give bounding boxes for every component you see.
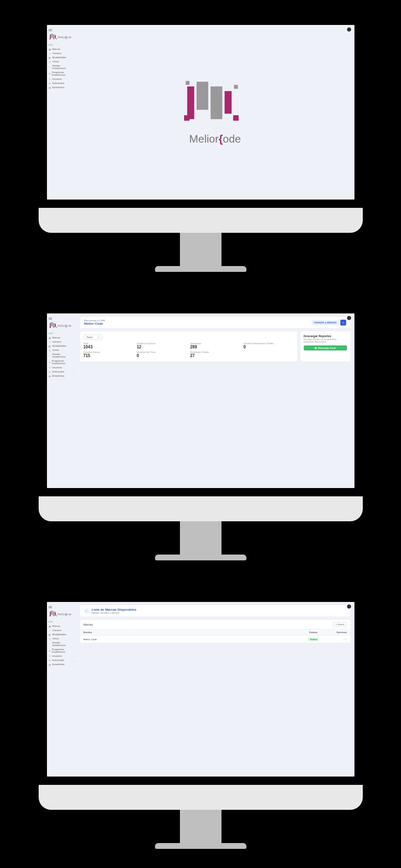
nav-item-campus[interactable]: ⌂Campus	[49, 340, 74, 344]
app-dashboard-screen: Melior{ode APP ▣Marcas ⌂Campus ◧Modalida…	[47, 313, 354, 488]
cycles-icon: ◷	[49, 349, 51, 351]
user-avatar[interactable]	[347, 316, 351, 320]
table-card: Marcas + Nuevo Nombre Estatus Opciones	[80, 620, 350, 643]
nav-item-programas[interactable]: ✎Programas Académicos	[49, 70, 74, 77]
nav-item-ciclos[interactable]: ◷Ciclos	[49, 636, 74, 641]
stat-requests: Solicitudes289	[190, 342, 241, 349]
nav-item-programas[interactable]: ✎Programas Académicos	[49, 359, 74, 365]
svg-rect-10	[184, 115, 189, 121]
nav-item-campus[interactable]: ⌂Campus	[49, 51, 74, 55]
logo-text: Melior{ode	[58, 613, 71, 616]
campus-icon: ⌂	[49, 629, 51, 631]
chevron-down-icon: ⌄	[73, 370, 74, 373]
cell-status: Activa	[301, 638, 326, 641]
nav-item-niveles[interactable]: ⎓Niveles Académicos	[49, 352, 74, 359]
app-list-screen: Melior{ode APP ▣Marcas ⌂Campus ◧Modalida…	[47, 602, 354, 777]
nav-item-modalidades[interactable]: ◧Modalidades	[49, 55, 74, 59]
stats-icon: ▤	[49, 375, 51, 377]
menu-toggle-icon[interactable]	[49, 316, 52, 321]
nav-item-solicitudes[interactable]: ✉Solicitudes⌄	[49, 658, 74, 662]
brand-logo[interactable]: Melior{ode	[49, 33, 74, 41]
nav-item-marcas[interactable]: ▣Marcas	[49, 47, 74, 51]
column-name: Nombre	[84, 631, 301, 634]
brand-logo[interactable]: Melior{ode	[49, 321, 74, 330]
nav-item-usuarios[interactable]: ☺Usuarios⌄	[49, 77, 74, 81]
stat-total: Total1043	[84, 342, 134, 349]
nav-section-label: APP	[49, 332, 74, 335]
users-icon: ☺	[49, 78, 51, 80]
stats-card: Todos ▾ Total1043 Usuarios Inactivos12 S…	[80, 331, 297, 361]
status-badge: Activa	[308, 638, 319, 641]
nav-section-label: APP	[49, 44, 74, 46]
new-button[interactable]: + Nuevo	[333, 622, 347, 627]
svg-rect-8	[210, 86, 222, 119]
date-range-picker[interactable]: 01/04/22 a 30/04/22	[312, 320, 339, 325]
nav-item-marcas[interactable]: ▣Marcas	[49, 335, 74, 340]
arrow-left-icon: ←	[85, 609, 88, 612]
brand-icon: ▣	[49, 625, 51, 627]
column-status: Estatus	[301, 631, 326, 634]
logo-mark-icon	[49, 34, 57, 40]
nav-item-estadistica[interactable]: ▤Estadística	[49, 662, 74, 666]
svg-rect-7	[197, 81, 208, 110]
plus-icon: +	[335, 623, 337, 626]
stat-active-users: Usuarios Activos715	[84, 351, 134, 358]
download-excel-button[interactable]: ▤ Descargar Excel	[304, 345, 347, 350]
table-row: Melior Code Activa ⋯	[80, 635, 350, 643]
programs-icon: ✎	[49, 361, 51, 363]
nav-item-modalidades[interactable]: ◧Modalidades	[49, 632, 74, 636]
nav-item-campus[interactable]: ⌂Campus	[49, 628, 74, 632]
menu-toggle-icon[interactable]	[49, 604, 52, 610]
main-content: ← Lista de Marcas Disponibles Agrega, ac…	[76, 602, 354, 777]
svg-rect-9	[224, 91, 231, 113]
nav-item-ciclos[interactable]: ◷Ciclos	[49, 59, 74, 64]
levels-icon: ⎓	[49, 643, 51, 645]
row-options-button[interactable]: ⋯	[326, 637, 347, 641]
nav-item-marcas[interactable]: ▣Marcas	[49, 624, 74, 628]
programs-icon: ✎	[49, 649, 51, 652]
modes-icon: ◧	[49, 345, 51, 347]
search-button[interactable]: ⌕	[340, 320, 346, 326]
svg-rect-18	[49, 327, 50, 328]
stat-rejected-users: Usuarios Rechazados Totales0	[244, 342, 294, 349]
svg-rect-5	[56, 39, 57, 39]
menu-toggle-icon[interactable]	[49, 27, 52, 33]
svg-rect-13	[234, 85, 238, 89]
svg-rect-25	[56, 616, 57, 616]
nav-item-estadistica[interactable]: ▤Estadística	[49, 85, 74, 89]
search-icon: ⌕	[342, 321, 344, 324]
nav-item-solicitudes[interactable]: ✉Solicitudes⌄	[49, 81, 74, 85]
filter-select[interactable]: Todos ▾	[84, 335, 102, 340]
user-avatar[interactable]	[347, 604, 351, 609]
table-title: Marcas	[84, 623, 93, 626]
nav-item-modalidades[interactable]: ◧Modalidades	[49, 344, 74, 348]
nav-item-solicitudes[interactable]: ✉Solicitudes⌄	[49, 370, 74, 374]
svg-rect-12	[185, 81, 189, 84]
nav-item-niveles[interactable]: ⎓Niveles Académicos	[49, 64, 74, 70]
nav-item-usuarios[interactable]: ☺Usuarios⌄	[49, 654, 74, 658]
sidebar: Melior{ode APP ▣Marcas ⌂Campus ◧Modalida…	[47, 602, 76, 777]
nav-item-programas[interactable]: ✎Programas Académicos	[49, 647, 74, 654]
sidebar: Melior{ode APP ▣Marcas ⌂Campus ◧Modalida…	[47, 313, 76, 488]
back-button[interactable]: ←	[84, 609, 89, 614]
column-options: Opciones	[326, 631, 347, 634]
requests-icon: ✉	[49, 82, 51, 84]
nav-item-estadistica[interactable]: ▤Estadística	[49, 374, 74, 378]
nav-item-ciclos[interactable]: ◷Ciclos	[49, 348, 74, 352]
campus-icon: ⌂	[49, 340, 51, 343]
stats-icon: ▤	[49, 86, 51, 89]
user-avatar[interactable]	[347, 27, 351, 32]
nav-item-usuarios[interactable]: ☺Usuarios⌄	[49, 365, 74, 370]
svg-rect-22	[53, 612, 54, 616]
app-welcome-screen: Melior{ode APP ▣Marcas ⌂Campus ◧Modalida…	[47, 25, 354, 200]
svg-rect-23	[55, 612, 56, 616]
cycles-icon: ◷	[49, 60, 51, 63]
logo-text: Melior{ode	[58, 36, 71, 39]
welcome-logo-text: Melior{ode	[189, 133, 241, 145]
chevron-down-icon: ⌄	[73, 659, 74, 661]
nav-item-niveles[interactable]: ⎓Niveles Académicos	[49, 641, 74, 647]
svg-rect-3	[55, 35, 56, 39]
levels-icon: ⎓	[49, 354, 51, 357]
dashboard-header: Bienvenido a CRM Melior Code 01/04/22 a …	[80, 317, 350, 328]
brand-logo[interactable]: Melior{ode	[49, 610, 74, 618]
